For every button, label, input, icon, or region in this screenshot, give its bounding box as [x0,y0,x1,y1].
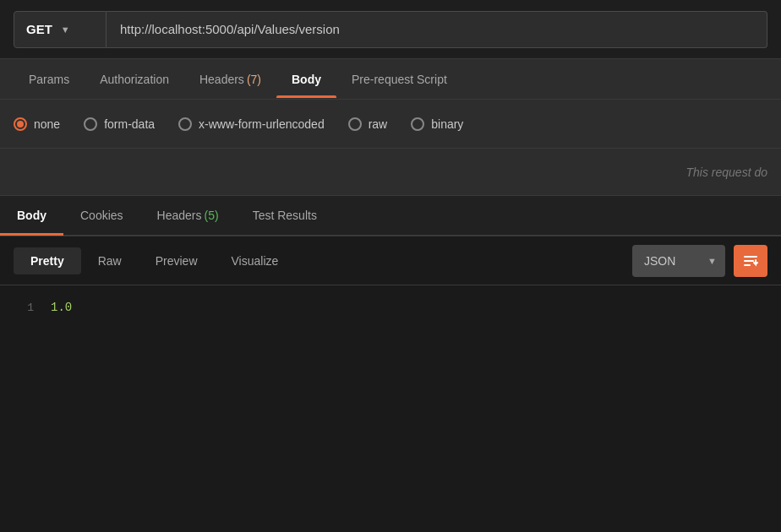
tab-body[interactable]: Body [276,61,336,98]
format-toolbar: Pretty Raw Preview Visualize JSON XML HT… [0,236,781,285]
radio-circle-raw [348,117,362,131]
resp-tab-headers[interactable]: Headers(5) [140,197,236,234]
tab-params[interactable]: Params [14,61,85,98]
url-bar: GET ▼ [0,0,781,59]
format-tab-preview[interactable]: Preview [139,247,215,274]
radio-circle-none [14,117,27,131]
svg-rect-2 [744,264,751,266]
info-area: This request do [0,149,781,196]
radio-circle-form-data [84,117,97,131]
line-number-1: 1 [0,301,51,314]
tab-prerequest[interactable]: Pre-request Script [336,61,462,98]
radio-label-form-data: form-data [104,117,155,131]
format-tab-visualize[interactable]: Visualize [215,247,296,274]
format-select-wrapper[interactable]: JSON XML HTML Text ▼ [632,245,725,277]
method-chevron-icon: ▼ [61,24,70,35]
radio-urlencoded[interactable]: x-www-form-urlencoded [178,117,325,131]
format-select[interactable]: JSON XML HTML Text [632,245,725,277]
resp-tab-cookies[interactable]: Cookies [63,197,140,234]
url-input[interactable] [106,11,767,48]
format-controls: JSON XML HTML Text ▼ [632,245,767,277]
radio-label-raw: raw [369,117,388,131]
svg-rect-0 [744,256,757,258]
method-selector[interactable]: GET ▼ [14,11,106,48]
wrap-button[interactable] [734,245,767,277]
radio-circle-urlencoded [178,117,192,131]
radio-binary[interactable]: binary [411,117,463,131]
format-tabs: Pretty Raw Preview Visualize [14,247,632,274]
radio-circle-binary [411,117,424,131]
svg-rect-1 [744,260,754,262]
radio-none[interactable]: none [14,117,60,131]
code-line-1: 1 1.0 [0,299,781,316]
wrap-icon [742,252,759,269]
resp-tab-body[interactable]: Body [0,197,63,234]
radio-form-data[interactable]: form-data [84,117,155,131]
response-tabs: Body Cookies Headers(5) Test Results [0,196,781,236]
radio-raw[interactable]: raw [348,117,388,131]
tab-headers[interactable]: Headers(7) [184,61,276,98]
radio-label-binary: binary [431,117,463,131]
tab-authorization[interactable]: Authorization [85,61,184,98]
method-label: GET [26,22,52,36]
body-options: none form-data x-www-form-urlencoded raw… [0,100,781,149]
resp-tab-test-results[interactable]: Test Results [236,197,334,234]
line-content-1: 1.0 [51,301,72,314]
format-tab-raw[interactable]: Raw [81,247,139,274]
resp-headers-badge: (5) [205,209,219,222]
request-tabs: Params Authorization Headers(7) Body Pre… [0,59,781,100]
code-area: 1 1.0 [0,285,781,532]
headers-badge: (7) [247,73,261,86]
radio-label-urlencoded: x-www-form-urlencoded [199,117,325,131]
info-text: This request do [686,166,768,179]
radio-label-none: none [34,117,60,131]
format-tab-pretty[interactable]: Pretty [14,247,81,274]
